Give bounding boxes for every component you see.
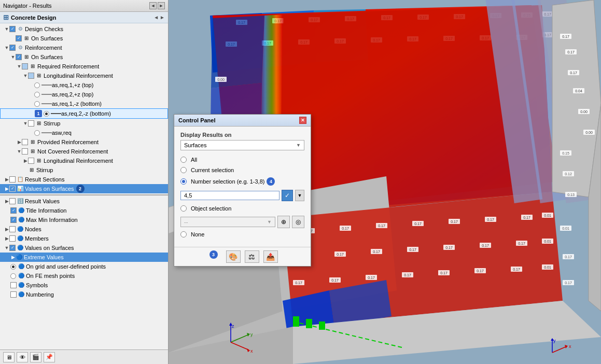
footer-btn-2[interactable]: ⚖ — [245, 250, 259, 263]
tree-item-nc-longitudinal[interactable]: ▶ ⊞ Longitudinal Reinforcement — [0, 156, 168, 165]
surfaces-dropdown[interactable]: Surfaces ▼ — [180, 140, 304, 150]
checkbox-values-surfaces-bottom[interactable]: ✓ — [9, 245, 16, 251]
nc-stirrup-icon: ⊞ — [28, 166, 35, 174]
checkbox-on-surfaces-1[interactable]: ✓ — [16, 35, 22, 41]
radio-as-req-2-top[interactable] — [34, 92, 40, 97]
number-selection-input[interactable] — [180, 191, 279, 200]
checkbox-required[interactable] — [22, 63, 28, 69]
radio-asw-req[interactable] — [34, 130, 40, 136]
radio-as-req-1-bottom[interactable] — [34, 101, 40, 107]
checkbox-max-min[interactable]: ✓ — [10, 217, 17, 223]
tree-item-longitudinal[interactable]: ▼ ⊞ Longitudinal Reinforcement — [0, 71, 168, 80]
checkbox-not-covered[interactable] — [22, 148, 28, 155]
ok-btn[interactable]: ✓ — [282, 190, 293, 201]
tree-item-values-on-surfaces[interactable]: ▶ ✓ 📊 Values on Surfaces 2 — [0, 184, 168, 193]
tree-item-design-checks[interactable]: ▼ ✓ ⚙ Design Checks — [0, 24, 168, 34]
tree-item-required-reinforcement[interactable]: ▼ ⊞ Required Reinforcement — [0, 62, 168, 71]
footer-btn-3[interactable]: 📤 — [263, 250, 278, 263]
svg-text:0.17: 0.17 — [440, 271, 448, 275]
tree-item-members[interactable]: ▶ 🔵 Members — [0, 234, 168, 243]
stirrup-req-label: Stirrup — [44, 119, 60, 128]
dropdown-arrow-icon: ▼ — [296, 143, 301, 148]
on-fe-mesh-icon: 🔵 — [18, 272, 25, 279]
tree-item-nodes[interactable]: ▶ 🔵 Nodes — [0, 225, 168, 234]
toolbar-btn-1[interactable]: 🖥 — [3, 352, 15, 362]
tree-item-not-covered[interactable]: ▼ ⊞ Not Covered Reinforcement — [0, 147, 168, 156]
checkbox-nodes[interactable] — [9, 226, 16, 232]
checkbox-symbols[interactable] — [10, 282, 17, 288]
checkbox-members[interactable] — [9, 235, 16, 242]
option-number-selection[interactable]: Number selection (e.g. 1-3,8) 4 — [180, 177, 304, 186]
tree-item-as-req-2-top[interactable]: as,req,2,+z (top) — [0, 90, 168, 99]
svg-text:0.13: 0.13 — [567, 193, 575, 197]
tree-item-on-fe-mesh[interactable]: 🔵 On FE mesh points — [0, 271, 168, 281]
checkbox-result-values[interactable] — [9, 198, 16, 204]
tree-item-title-info[interactable]: ✓ 🔵 Title Information — [0, 206, 168, 215]
checkbox-provided[interactable] — [22, 139, 28, 145]
checkbox-title-info[interactable]: ✓ — [10, 207, 17, 214]
tree-item-numbering[interactable]: 🔵 Numbering — [0, 290, 168, 299]
svg-text:0.17: 0.17 — [565, 281, 572, 285]
tree-item-asw-req[interactable]: asw,req — [0, 128, 168, 137]
tree-item-as-req-1-top[interactable]: as,req,1,+z (top) — [0, 80, 168, 90]
tree-item-values-surfaces-bottom[interactable]: ▼ ✓ 🔵 Values on Surfaces — [0, 243, 168, 253]
values-on-surfaces-main-label: Values on Surfaces — [25, 185, 74, 193]
checkbox-result-sections[interactable] — [9, 176, 16, 183]
checkbox-numbering[interactable] — [10, 291, 17, 298]
checkbox-nc-longitudinal[interactable] — [28, 158, 34, 164]
as-req-1-top-label: as,req,1,+z (top) — [52, 81, 93, 89]
tree-item-on-grid[interactable]: 🔵 On grid and user-defined points — [0, 262, 168, 271]
checkbox-design-checks[interactable]: ✓ — [9, 26, 16, 32]
object-dropdown[interactable]: -- ▼ — [180, 217, 275, 227]
expand-btn[interactable]: ► — [158, 2, 165, 9]
radio-number-selection[interactable] — [180, 178, 187, 185]
svg-text:0.17: 0.17 — [337, 253, 344, 256]
option-none[interactable]: None — [180, 231, 304, 237]
radio-on-grid[interactable] — [10, 264, 16, 270]
cp-close-btn[interactable]: ✕ — [299, 117, 306, 124]
option-object-selection[interactable]: Object selection — [180, 205, 304, 212]
pick-btn-1[interactable]: ⊕ — [277, 216, 290, 228]
radio-all[interactable] — [180, 157, 187, 163]
svg-text:0.17: 0.17 — [373, 250, 380, 254]
checkbox-on-surfaces-2[interactable]: ✓ — [16, 54, 22, 60]
radio-object-selection[interactable] — [180, 205, 187, 212]
cd-arrow-left[interactable]: ◄ — [153, 15, 159, 20]
cd-arrow-right[interactable]: ► — [160, 15, 165, 20]
checkbox-stirrup-req[interactable] — [28, 120, 34, 127]
tree-item-as-req-2-bottom[interactable]: 1 as,req,2,-z (bottom) — [0, 108, 168, 119]
result-sections-label: Result Sections — [25, 175, 64, 184]
tree-item-result-sections[interactable]: ▶ 📋 Result Sections — [0, 175, 168, 184]
as-req-2-top-label: as,req,2,+z (top) — [52, 90, 93, 99]
tree-item-nc-stirrup[interactable]: ⊞ Stirrup — [0, 165, 168, 175]
title-info-label: Title Information — [26, 206, 66, 215]
option-current-selection[interactable]: Current selection — [180, 167, 304, 173]
tree-item-stirrup-req[interactable]: ▼ ⊞ Stirrup — [0, 119, 168, 128]
checkbox-longitudinal[interactable] — [28, 73, 34, 79]
tree-item-extreme-values[interactable]: ▶ 🔵 Extreme Values — [0, 253, 168, 262]
radio-on-fe-mesh[interactable] — [10, 273, 16, 279]
nc-stirrup-label: Stirrup — [36, 166, 53, 174]
radio-none[interactable] — [180, 231, 187, 237]
tree-item-symbols[interactable]: 🔵 Symbols — [0, 281, 168, 290]
radio-as-req-2-bottom[interactable] — [44, 111, 49, 117]
tree-item-on-surfaces-2[interactable]: ▼ ✓ ⊞ On Surfaces — [0, 52, 168, 62]
footer-btn-1[interactable]: 🎨 — [226, 250, 241, 263]
pick-btn-2[interactable]: ◎ — [292, 216, 304, 228]
tree-item-result-values[interactable]: ▶ 🔢 Result Values — [0, 197, 168, 206]
toolbar-btn-2[interactable]: 👁 — [17, 352, 28, 362]
radio-current-selection[interactable] — [180, 167, 187, 173]
input-dropdown-btn[interactable]: ▼ — [295, 190, 304, 201]
checkbox-values-on-surfaces[interactable]: ✓ — [9, 186, 16, 192]
radio-as-req-1-top[interactable] — [34, 82, 40, 88]
tree-item-on-surfaces-1[interactable]: ✓ ⊞ On Surfaces — [0, 34, 168, 43]
option-all[interactable]: All — [180, 157, 304, 163]
tree-item-provided[interactable]: ▶ ⊞ Provided Reinforcement — [0, 137, 168, 147]
toolbar-btn-3[interactable]: 🎬 — [30, 352, 41, 362]
tree-item-reinforcement[interactable]: ▼ ✓ ⚙ Reinforcement — [0, 43, 168, 52]
tree-item-max-min[interactable]: ✓ 🔵 Max Min Information — [0, 215, 168, 225]
checkbox-reinforcement[interactable]: ✓ — [9, 45, 16, 51]
toolbar-btn-4[interactable]: 📌 — [44, 352, 55, 362]
collapse-btn[interactable]: ◄ — [149, 2, 157, 9]
tree-item-as-req-1-bottom[interactable]: as,req,1,-z (bottom) — [0, 99, 168, 108]
